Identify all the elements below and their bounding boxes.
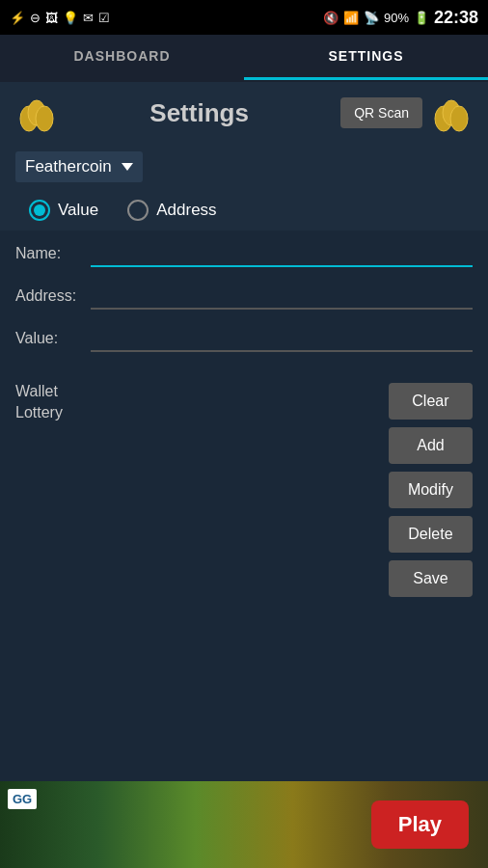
battery-icon: 🔋 xyxy=(414,11,429,25)
svg-point-2 xyxy=(36,106,53,131)
wallet-label: Wallet xyxy=(15,383,63,400)
coin-icon-left xyxy=(15,92,58,134)
value-label: Value: xyxy=(15,330,83,347)
status-icons-right: 🔇 📶 📡 90% 🔋 22:38 xyxy=(323,8,478,28)
coin-icon-right xyxy=(430,92,473,134)
tab-bar: DASHBOARD SETTINGS xyxy=(0,35,488,82)
value-input[interactable] xyxy=(91,325,473,352)
checkbox-icon: ☑ xyxy=(98,11,110,25)
battery-percent: 90% xyxy=(384,11,409,25)
chevron-down-icon xyxy=(122,163,133,171)
svg-point-5 xyxy=(450,106,468,131)
save-button[interactable]: Save xyxy=(389,560,473,597)
name-input[interactable] xyxy=(91,240,473,267)
modify-button[interactable]: Modify xyxy=(389,472,473,508)
address-field-row: Address: xyxy=(15,283,473,310)
form-section: Name: Address: Value: xyxy=(0,231,488,377)
add-button[interactable]: Add xyxy=(389,427,473,464)
coin-dropdown-label: Feathercoin xyxy=(25,157,112,176)
radio-value-label: Value xyxy=(58,201,98,220)
tab-dashboard[interactable]: DASHBOARD xyxy=(0,35,244,80)
radio-value-circle[interactable] xyxy=(29,200,50,221)
radio-address-circle[interactable] xyxy=(127,200,149,221)
status-bar: ⚡ ⊖ 🖼 💡 ✉ ☑ 🔇 📶 📡 90% 🔋 22:38 xyxy=(0,0,488,35)
mail-icon: ✉ xyxy=(83,11,94,25)
address-label: Address: xyxy=(15,287,83,305)
clock: 22:38 xyxy=(434,8,478,28)
wallet-section: Wallet Lottery Clear Add Modify Delete S… xyxy=(0,377,488,607)
address-input[interactable] xyxy=(91,283,473,310)
qr-scan-button[interactable]: QR Scan xyxy=(340,97,422,128)
ad-logo: GG xyxy=(8,789,37,809)
minus-circle-icon: ⊖ xyxy=(30,11,41,25)
radio-value[interactable]: Value xyxy=(29,200,98,221)
coin-dropdown[interactable]: Feathercoin xyxy=(15,151,143,182)
wallet-labels: Wallet Lottery xyxy=(15,383,63,421)
ad-play-button[interactable]: Play xyxy=(371,800,469,849)
name-field-row: Name: xyxy=(15,240,473,267)
filter-radio-group: Value Address xyxy=(0,190,488,231)
settings-header: Settings QR Scan xyxy=(0,82,488,144)
name-label: Name: xyxy=(15,245,83,262)
lightbulb-icon: 💡 xyxy=(63,11,78,25)
wifi-icon: 📶 xyxy=(343,11,359,25)
status-icons-left: ⚡ ⊖ 🖼 💡 ✉ ☑ xyxy=(10,11,110,25)
signal-icon: 📡 xyxy=(364,11,379,25)
page-title: Settings xyxy=(58,98,340,128)
delete-button[interactable]: Delete xyxy=(389,516,473,553)
coin-selector-bar: Feathercoin xyxy=(0,144,488,190)
radio-address-label: Address xyxy=(156,201,216,220)
image-icon: 🖼 xyxy=(45,11,58,25)
clear-button[interactable]: Clear xyxy=(389,383,473,420)
ad-banner: GG Play xyxy=(0,781,488,868)
mute-icon: 🔇 xyxy=(323,11,339,25)
radio-address[interactable]: Address xyxy=(127,200,216,221)
lottery-label: Lottery xyxy=(15,404,63,421)
usb-icon: ⚡ xyxy=(10,11,25,25)
tab-settings[interactable]: SETTINGS xyxy=(244,35,488,80)
value-field-row: Value: xyxy=(15,325,473,352)
action-buttons: Clear Add Modify Delete Save xyxy=(389,383,473,597)
